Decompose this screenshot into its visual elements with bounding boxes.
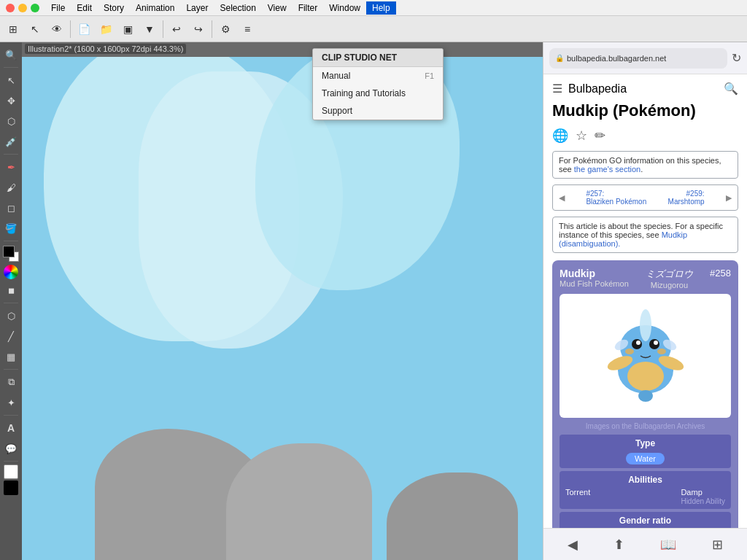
- pokemon-name-ja: ミズゴロウ: [646, 268, 693, 281]
- pokemon-number: #258: [710, 268, 731, 279]
- menu-selection[interactable]: Selection: [214, 1, 261, 15]
- reload-icon[interactable]: ↻: [732, 51, 741, 65]
- left-toolbar: 🔍 ↖ ✥ ⬡ 💉 ✒ 🖌 ◻ 🪣 ◼ ⬡ ╱ ▦ ⧉ ✦ A 💬: [0, 42, 22, 560]
- page-title: Mudkip (Pokémon): [552, 101, 738, 120]
- nav-next-pokemon[interactable]: #259: Marshtomp: [668, 190, 705, 206]
- toolbar-new-btn[interactable]: 📄: [74, 19, 94, 39]
- svg-point-9: [636, 341, 640, 345]
- svg-point-3: [640, 309, 651, 341]
- tool-sep-4: [4, 303, 18, 303]
- menu-filter[interactable]: Filter: [293, 1, 324, 15]
- tool-color-square[interactable]: ◼: [1, 281, 20, 300]
- hamburger-icon[interactable]: ☰: [552, 82, 562, 96]
- svg-point-11: [625, 349, 634, 354]
- translate-icon[interactable]: 🌐: [552, 128, 568, 144]
- tool-sep-3: [4, 241, 18, 241]
- menu-window[interactable]: Window: [323, 1, 366, 15]
- minimize-button[interactable]: [18, 4, 27, 12]
- tool-lasso[interactable]: ⬡: [1, 112, 20, 131]
- shape-mountain-center: [226, 443, 372, 560]
- pokemon-image-link[interactable]: Images on the Bulbagarden Archives: [560, 422, 731, 430]
- pokemon-sub-en: Mud Fish Pokémon: [560, 279, 629, 288]
- tool-sep-6: [4, 415, 18, 416]
- tool-cursor[interactable]: ↖: [1, 71, 20, 90]
- tool-move[interactable]: ✥: [1, 91, 20, 110]
- color-selector[interactable]: [3, 246, 19, 262]
- pokemon-card-header: Mudkip Mud Fish Pokémon ミズゴロウ Mizugorou …: [560, 268, 731, 289]
- hidden-ability-label: Hidden Ability: [681, 497, 725, 505]
- toolbar: ⊞ ↖ 👁 📄 📁 ▣ ▼ ↩ ↪ ⚙ ≡: [0, 16, 747, 42]
- disambig-text: This article is about the species. For a…: [559, 222, 723, 239]
- search-icon[interactable]: 🔍: [724, 82, 738, 96]
- svg-point-10: [654, 341, 658, 345]
- tool-brush[interactable]: 🖌: [1, 178, 20, 197]
- tool-gradient[interactable]: ▦: [1, 347, 20, 366]
- tool-eyedrop[interactable]: 💉: [1, 132, 20, 151]
- menu-bar: File Edit Story Animation Layer Selectio…: [0, 0, 747, 16]
- pokemon-names-left: Mudkip Mud Fish Pokémon: [560, 268, 629, 288]
- toolbar-cursor-btn[interactable]: ↖: [25, 19, 45, 39]
- toolbar-undo-btn[interactable]: ↩: [166, 19, 187, 39]
- tool-line[interactable]: ╱: [1, 327, 20, 346]
- tool-color-wheel[interactable]: [4, 265, 18, 279]
- tool-canvas-fg[interactable]: [4, 464, 18, 479]
- menu-story[interactable]: Story: [98, 1, 130, 15]
- tool-fill[interactable]: 🪣: [1, 219, 20, 238]
- edit-icon[interactable]: ✏: [595, 128, 605, 144]
- menu-layer[interactable]: Layer: [180, 1, 214, 15]
- menu-file[interactable]: File: [45, 1, 71, 15]
- pokemon-sub-ja: Mizugorou: [646, 281, 693, 289]
- browser-content: ☰ Bulbapedia 🔍 Mudkip (Pokémon) 🌐 ☆ ✏ Fo…: [543, 74, 747, 528]
- nav-prev-pokemon[interactable]: #257: Blaziken Pokémon: [586, 190, 646, 206]
- tool-shape[interactable]: ⬡: [1, 306, 20, 325]
- toolbar-redo-btn[interactable]: ↪: [188, 19, 209, 39]
- browser-bookmarks-btn[interactable]: 📖: [660, 537, 676, 553]
- pokemon-names-right: ミズゴロウ Mizugorou: [646, 268, 693, 289]
- toolbar-open-btn[interactable]: 📁: [96, 19, 116, 39]
- dropdown-manual-label: Manual: [322, 71, 350, 81]
- browser-back-btn[interactable]: ◀: [568, 537, 578, 553]
- dropdown-manual[interactable]: Manual F1: [313, 67, 443, 85]
- maximize-button[interactable]: [31, 4, 39, 12]
- right-browser-panel: 🔒 bulbapedia.bulbagarden.net ↻ ☰ Bulbape…: [543, 42, 747, 560]
- ability-damp: Damp Hidden Ability: [681, 488, 725, 505]
- dropdown-header: CLIP STUDIO NET: [313, 49, 443, 67]
- toolbar-grid-btn[interactable]: ⊞: [3, 19, 23, 39]
- tool-text[interactable]: A: [1, 419, 20, 438]
- menu-help[interactable]: Help: [366, 1, 396, 15]
- star-icon[interactable]: ☆: [576, 128, 587, 144]
- dropdown-support[interactable]: Support: [313, 102, 443, 120]
- tool-layers[interactable]: ⧉: [1, 373, 20, 392]
- toolbar-sep-2: [163, 20, 163, 38]
- toolbar-chevron-btn[interactable]: ▼: [139, 19, 160, 39]
- tool-canvas-bg[interactable]: [4, 481, 18, 495]
- shape-mountain-right: [387, 472, 518, 560]
- toolbar-eye-btn[interactable]: 👁: [47, 19, 67, 39]
- tool-eraser[interactable]: ◻: [1, 198, 20, 217]
- browser-tabs-btn[interactable]: ⊞: [712, 537, 723, 553]
- tool-balloon[interactable]: 💬: [1, 439, 20, 458]
- pokemon-image-box: [560, 294, 731, 418]
- gender-label: Gender ratio: [565, 516, 725, 526]
- dropdown-tutorials-label: Training and Tutorials: [322, 88, 406, 98]
- mudkip-svg: [587, 298, 704, 414]
- toolbar-square-btn[interactable]: ▣: [117, 19, 138, 39]
- gender-section: Gender ratio: [560, 512, 731, 528]
- canvas-illustration[interactable]: [22, 57, 543, 560]
- menu-view[interactable]: View: [262, 1, 293, 15]
- menu-animation[interactable]: Animation: [130, 1, 180, 15]
- toolbar-more-btn[interactable]: ≡: [237, 19, 258, 39]
- dropdown-tutorials[interactable]: Training and Tutorials: [313, 85, 443, 102]
- tool-zoom[interactable]: 🔍: [1, 45, 20, 64]
- tool-pen[interactable]: ✒: [1, 158, 20, 176]
- browser-share-btn[interactable]: ⬆: [614, 537, 624, 553]
- toolbar-settings-btn[interactable]: ⚙: [215, 19, 236, 39]
- main-content: 🔍 ↖ ✥ ⬡ 💉 ✒ 🖌 ◻ 🪣 ◼ ⬡ ╱ ▦ ⧉ ✦ A 💬 Illu: [0, 42, 747, 560]
- close-button[interactable]: [6, 4, 15, 12]
- disambig-box: This article is about the species. For a…: [552, 217, 738, 253]
- menu-edit[interactable]: Edit: [71, 1, 98, 15]
- url-bar[interactable]: 🔒 bulbapedia.bulbagarden.net: [549, 48, 727, 69]
- tool-ruler[interactable]: ✦: [1, 393, 20, 412]
- notice-link[interactable]: the game's section: [574, 165, 640, 174]
- abilities-row: Torrent Damp Hidden Ability: [565, 488, 725, 505]
